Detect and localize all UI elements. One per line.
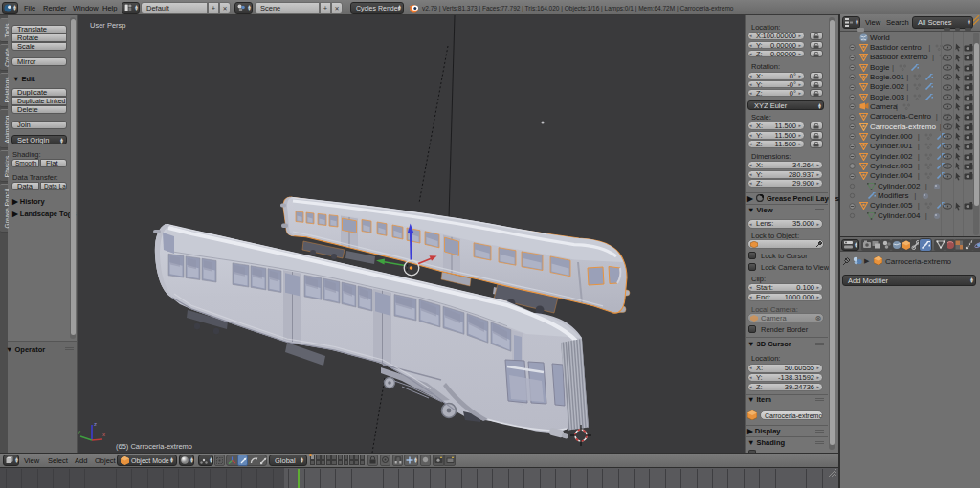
svg-text:z: z [94, 421, 97, 427]
svg-text:y: y [78, 429, 80, 434]
svg-text:User Persp: User Persp [90, 21, 126, 30]
svg-text:(65) Carroceria-extremo: (65) Carroceria-extremo [116, 442, 192, 451]
svg-text:x: x [102, 432, 105, 437]
